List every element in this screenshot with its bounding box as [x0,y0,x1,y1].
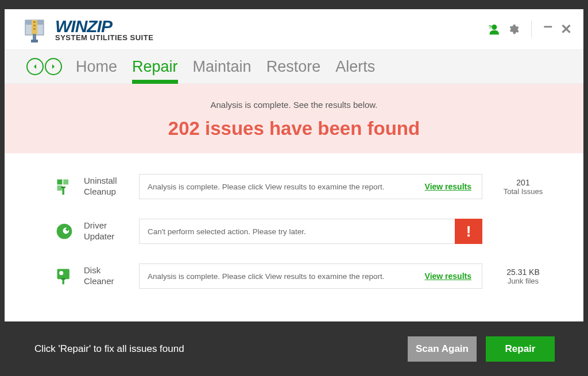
row-stats: 25.31 KB Junk files [492,268,555,285]
svg-rect-19 [61,278,65,280]
app-name-sub: SYSTEM UTILITIES SUITE [55,34,153,41]
settings-gear-icon[interactable] [507,23,520,36]
banner-headline: 202 issues have been found [5,118,583,139]
banner-subtitle: Analysis is complete. See the results be… [5,100,583,110]
tab-restore[interactable]: Restore [266,50,321,83]
view-results-link[interactable]: View results [425,182,471,191]
driver-icon [54,221,75,242]
titlebar-divider [531,21,532,38]
row-message-box: Can't perform selected action. Please tr… [139,219,482,244]
svg-rect-13 [62,188,64,195]
nav-arrows [26,58,62,75]
footer-bar: Click 'Repair' to fix all issues found S… [5,321,583,376]
svg-rect-10 [57,180,63,185]
svg-text:?: ? [489,24,492,30]
results-list: Uninstall Cleanup Analysis is complete. … [5,153,583,321]
row-label: Driver Updater [84,220,130,242]
stat-value: 201 [492,178,555,187]
svg-rect-4 [33,25,36,26]
stat-value: 25.31 KB [492,268,555,277]
svg-rect-7 [31,40,38,42]
repair-button[interactable]: Repair [486,336,555,362]
svg-rect-5 [33,28,36,30]
stat-label: Junk files [492,277,555,285]
footer-buttons: Scan Again Repair [408,336,555,362]
svg-point-17 [59,271,63,275]
row-label: Uninstall Cleanup [84,176,130,197]
result-row-uninstall-cleanup: Uninstall Cleanup Analysis is complete. … [54,174,555,199]
row-message: Analysis is complete. Please click View … [148,272,425,281]
tab-maintain[interactable]: Maintain [193,50,252,83]
results-banner: Analysis is complete. See the results be… [5,84,583,153]
row-message-box: Analysis is complete. Please click View … [139,174,482,199]
titlebar-controls: ? – ✕ [486,20,572,38]
app-name-main: WINZIP [55,18,153,35]
row-message-box: Analysis is complete. Please click View … [139,263,482,289]
logo-text: WINZIP SYSTEM UTILITIES SUITE [55,18,153,41]
svg-point-8 [492,25,497,30]
nav-back-button[interactable] [26,58,44,75]
svg-rect-3 [33,21,36,23]
svg-rect-12 [57,185,63,191]
result-row-disk-cleaner: Disk Cleaner Analysis is complete. Pleas… [54,263,555,289]
close-button[interactable]: ✕ [560,21,572,37]
svg-rect-14 [61,187,65,188]
cleanup-icon [54,176,75,197]
alert-badge: ! [455,219,482,244]
row-stats: 201 Total Issues [492,178,555,196]
nav-tabs: Home Repair Maintain Restore Alerts [76,50,375,83]
tab-repair[interactable]: Repair [132,50,178,83]
row-label: Disk Cleaner [84,265,130,287]
result-row-driver-updater: Driver Updater Can't perform selected ac… [54,219,555,244]
minimize-button[interactable]: – [543,17,552,35]
svg-rect-11 [63,180,68,185]
navbar: Home Repair Maintain Restore Alerts [5,49,583,84]
tab-home[interactable]: Home [76,50,117,83]
stat-label: Total Issues [492,187,555,196]
app-logo: WINZIP SYSTEM UTILITIES SUITE [22,15,153,43]
titlebar: WINZIP SYSTEM UTILITIES SUITE ? – ✕ [5,9,583,49]
row-message: Can't perform selected action. Please tr… [148,227,455,236]
view-results-link[interactable]: View results [425,272,471,281]
row-message: Analysis is complete. Please click View … [148,183,425,191]
nav-forward-button[interactable] [45,58,62,75]
exclamation-icon: ! [466,223,471,241]
winzip-logo-icon [22,15,49,43]
tab-alerts[interactable]: Alerts [335,50,375,83]
disk-icon [54,266,75,286]
app-window: WINZIP SYSTEM UTILITIES SUITE ? – ✕ [5,9,583,321]
help-user-icon[interactable]: ? [486,23,499,36]
scan-again-button[interactable]: Scan Again [408,336,477,362]
footer-hint: Click 'Repair' to fix all issues found [34,343,408,355]
